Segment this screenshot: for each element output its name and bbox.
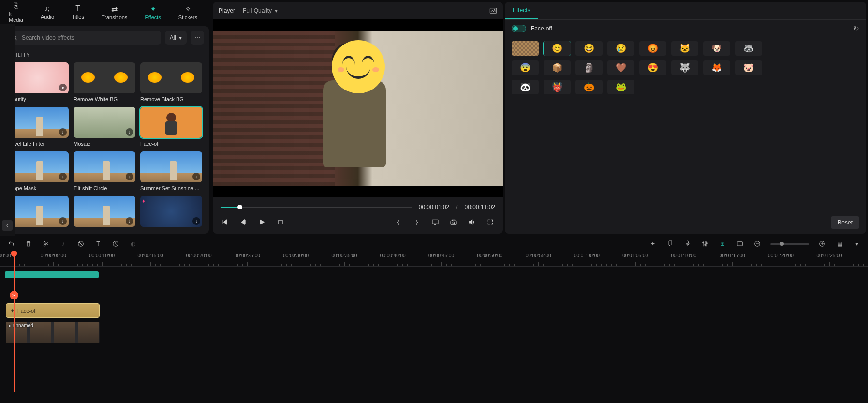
undo-button[interactable] (7, 239, 15, 248)
svg-rect-9 (279, 220, 282, 224)
emoji-shock[interactable]: 😨 (512, 60, 539, 75)
emoji-pumpkin[interactable]: 🎃 (575, 80, 603, 94)
emoji-laugh[interactable]: 😆 (575, 41, 603, 56)
faceoff-toggle[interactable] (512, 25, 526, 32)
quality-dropdown[interactable]: Full Quality ▾ (243, 7, 278, 14)
nav-tab-audio[interactable]: ♫Audio (32, 2, 63, 22)
prev-frame-button[interactable] (221, 217, 230, 227)
video-viewport[interactable] (213, 19, 503, 197)
video-clip[interactable]: ▸ unnamed (6, 322, 100, 343)
effect-remove-white[interactable]: Remove White BG (74, 62, 135, 102)
effect-travel-life[interactable]: ♦↓Travel Life Filter (7, 107, 69, 147)
tl-layout-menu[interactable]: ▾ (853, 239, 861, 248)
nav-tab-effects[interactable]: ✦Effects (136, 2, 169, 22)
thumbnail (74, 62, 135, 93)
emoji-husky[interactable]: 🐺 (671, 60, 698, 75)
delete-button[interactable] (24, 239, 33, 248)
player-panel: Player Full Quality ▾ (213, 2, 503, 234)
reset-button[interactable]: Reset (831, 216, 859, 229)
effect-remove-black[interactable]: Remove Black BG (140, 62, 202, 102)
zoom-slider[interactable] (770, 243, 809, 245)
filter-dropdown[interactable]: All ▾ (165, 31, 187, 45)
chevron-down-icon: ▾ (179, 34, 182, 41)
reset-icon[interactable]: ↻ (853, 25, 859, 32)
emoji-angry[interactable]: 😡 (639, 41, 666, 56)
effect-faceoff[interactable]: Face-off (140, 107, 202, 147)
player-tab[interactable]: Player (219, 7, 235, 14)
svg-line-21 (79, 242, 83, 246)
fullscreen-button[interactable] (485, 217, 495, 227)
emoji-cry[interactable]: 😢 (607, 41, 634, 56)
emoji-mosaic[interactable] (512, 41, 539, 56)
thumbnail: ♦↓ (7, 107, 69, 138)
effect-ss2[interactable]: ↓Summer Set Sunshine ... (7, 196, 69, 229)
collapse-button[interactable]: ‹ (2, 220, 13, 231)
mark-in-button[interactable]: { (394, 217, 403, 227)
step-back-button[interactable] (239, 217, 249, 227)
effect-ss3[interactable]: ↓Summer Set Sunshine ... (74, 196, 135, 229)
split-button[interactable] (42, 239, 50, 248)
text-tool[interactable]: T (94, 239, 103, 248)
audio-clip[interactable] (5, 271, 99, 278)
tl-mixer[interactable] (701, 239, 709, 248)
camera-button[interactable] (449, 217, 458, 227)
more-button[interactable]: ⋯ (191, 31, 204, 45)
playhead[interactable] (14, 252, 15, 392)
zoom-in-button[interactable] (818, 239, 826, 248)
effect-tilt-shift[interactable]: ↓Tilt-shift Circle (74, 151, 135, 191)
emoji-dog-white[interactable]: 🐶 (703, 41, 730, 56)
nav-tab-media[interactable]: ⎘k Media (0, 2, 32, 22)
tab-effects[interactable]: Effects (505, 2, 538, 19)
effect-beautify[interactable]: ●Beautify (7, 62, 69, 102)
svg-rect-12 (451, 221, 456, 224)
emoji-love[interactable]: 😍 (639, 60, 666, 75)
download-badge: ↓ (126, 217, 133, 225)
effect-shape-mask[interactable]: ↓Shape Mask (7, 151, 69, 191)
effects-icon: ✦ (150, 4, 156, 14)
search-placeholder: Search video effects (22, 34, 74, 41)
audio-icon: ♫ (44, 4, 50, 13)
nav-tab-titles[interactable]: TTitles (63, 2, 93, 22)
ruler-label: 00:01:00:00 (574, 253, 600, 258)
svg-rect-14 (452, 220, 455, 221)
emoji-frog[interactable]: 🐸 (607, 80, 634, 94)
volume-button[interactable] (467, 217, 477, 227)
search-input[interactable]: Search video effects (7, 31, 161, 45)
emoji-shiba[interactable]: 🦊 (703, 60, 730, 75)
mark-out-button[interactable]: } (412, 217, 422, 227)
tl-marker[interactable] (666, 239, 675, 248)
nav-tab-stickers[interactable]: ✧Stickers (170, 2, 206, 22)
tl-icon-1[interactable]: ✦ (648, 239, 657, 248)
tl-layout[interactable]: ▦ (835, 239, 844, 248)
emoji-cat[interactable]: 🐱 (671, 41, 698, 56)
tl-mic[interactable] (683, 239, 692, 248)
stop-button[interactable] (276, 217, 285, 227)
emoji-box1[interactable]: 📦 (544, 60, 571, 75)
emoji-pig[interactable]: 🐷 (735, 60, 762, 75)
emoji-smile[interactable]: 😊 (544, 41, 571, 56)
emoji-box3[interactable]: 🤎 (607, 60, 634, 75)
media-icon: ⎘ (14, 1, 18, 10)
speed-button[interactable] (111, 239, 120, 248)
tl-robot[interactable]: ⊞ (718, 239, 727, 248)
crop-button[interactable] (76, 239, 85, 248)
snapshot-button[interactable] (489, 7, 497, 14)
emoji-skull[interactable]: 👹 (544, 80, 571, 94)
emoji-raccoon[interactable]: 🦝 (735, 41, 762, 56)
effect-ss1[interactable]: ↓Summer Set Sunshine ... (140, 151, 202, 191)
playhead-cut-icon[interactable]: ✂ (10, 291, 18, 299)
progress-bar[interactable] (221, 207, 412, 208)
display-button[interactable] (430, 217, 440, 227)
current-time: 00:00:01:02 (419, 204, 449, 210)
svg-point-13 (453, 222, 455, 224)
svg-point-29 (703, 242, 704, 243)
effect-clip[interactable]: ✦ Face-off (6, 303, 100, 318)
zoom-out-button[interactable] (753, 239, 762, 248)
play-button[interactable] (257, 217, 267, 227)
effect-mosaic[interactable]: ↓Mosaic (74, 107, 135, 147)
effect-vortex[interactable]: ♦↓Geometric Vortex Ove... (140, 196, 202, 229)
tl-render[interactable] (736, 239, 744, 248)
emoji-box2[interactable]: 🗿 (575, 60, 603, 75)
emoji-panda[interactable]: 🐼 (512, 80, 539, 94)
nav-tab-transitions[interactable]: ⇄Transitions (93, 2, 136, 22)
